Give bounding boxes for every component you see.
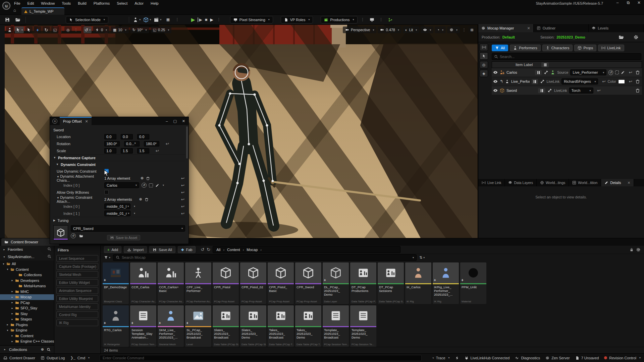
reset-cindex0-icon[interactable]: ↩ (181, 204, 184, 209)
asset-tile[interactable]: CCR_Carlos+ Basic PCap Character As... (158, 262, 184, 304)
scale-y-field[interactable]: 1.5 (121, 148, 133, 154)
move-tool-icon[interactable]: + (34, 26, 41, 33)
maximize-viewport-icon[interactable]: ⊞ (468, 26, 476, 33)
browse-to-asset-icon[interactable]: ↺ (142, 183, 147, 188)
delete-item-icon[interactable] (635, 70, 640, 75)
folder-tree-item[interactable]: ▾ Content (0, 267, 54, 273)
filter-characters-button[interactable]: Characters (542, 45, 573, 51)
scale-z-field[interactable]: 1.5 (137, 148, 149, 154)
folder-tree-item[interactable]: ▾ Engine (0, 327, 54, 333)
filter-pill[interactable]: Capture Data (Footage) (56, 263, 98, 270)
bone-select-0[interactable]: middle_01_l▾ (104, 203, 130, 209)
tab-data-layers[interactable]: Data Layers (505, 179, 537, 186)
rotation-snap-control[interactable]: ↻ 10°▾ (130, 26, 149, 33)
filter-pill[interactable]: Skeletal Mesh (56, 271, 98, 278)
eyedropper-icon[interactable] (155, 183, 159, 187)
scale-snap-control[interactable]: ◱ 0.25▾ (151, 26, 172, 33)
folder-tree-item[interactable]: ▸ Mocap (0, 294, 54, 300)
selection-mode-dropdown[interactable]: Selection Mode ▾ (66, 16, 108, 23)
use-selected-asset-icon[interactable]: ↺ (71, 233, 76, 238)
viewport-add-actor-icon[interactable] (6, 26, 13, 33)
record-icon[interactable]: ◎ (480, 61, 488, 68)
bone-select-1[interactable]: middle_01_r▾ (104, 210, 130, 216)
perspective-dropdown[interactable]: Perspective▾ (343, 26, 377, 33)
favorites-row[interactable]: ▸Favorites (0, 246, 54, 253)
menu-item[interactable]: Window (41, 1, 55, 5)
select-mode-icon[interactable]: ▾ (15, 26, 24, 33)
pause-item-button[interactable] (535, 70, 542, 75)
mocap-settings-icon[interactable] (633, 35, 639, 40)
folder-tree-item[interactable]: ▸ Content (0, 333, 54, 339)
rotation-z-field[interactable]: 180.0° (144, 141, 159, 146)
actor-snap-control[interactable]: 0▾ (93, 26, 109, 33)
breadcrumb-content[interactable]: Content (227, 248, 240, 252)
asset-tile[interactable]: + BP_DemoStage Blueprint Class (103, 262, 129, 304)
livelink-sources-icon[interactable] (480, 44, 488, 51)
visibility-icon[interactable] (493, 79, 498, 84)
menu-item[interactable]: Build (78, 1, 87, 5)
asset-tile[interactable]: + Session Template_Slay Animation... PCa… (130, 305, 156, 347)
filter-livelink-button[interactable]: LiveLink (598, 45, 624, 51)
save-to-asset-button[interactable]: Save to Asset (107, 235, 140, 240)
world-space-icon[interactable]: ◎ (64, 26, 72, 33)
folder-tree-item[interactable]: ▸ Stages (0, 316, 54, 322)
filter-pill[interactable]: MetaHuman Identity (56, 303, 98, 310)
viewport-settings-dropdown[interactable]: ▾ (447, 26, 460, 33)
stop-icon[interactable]: ■ (205, 17, 208, 22)
folder-tree-item[interactable]: ▸ Developers (0, 278, 54, 284)
show-flags-dropdown[interactable]: ▾ (421, 26, 433, 33)
options-chevron-icon[interactable]: ▾ (163, 184, 164, 187)
output-log-button[interactable]: Output Log (41, 356, 65, 360)
asset-filter-icon[interactable]: ▾ (104, 255, 110, 259)
asset-tile[interactable]: CPR_Pistol_ Basic PCap Prop Asset (268, 262, 294, 304)
delete-item-icon[interactable] (635, 79, 640, 84)
search-paths-icon[interactable] (47, 254, 51, 259)
rotate-tool-icon[interactable]: ↻ (43, 26, 50, 33)
menu-item[interactable]: Platforms (94, 1, 110, 5)
asset-tile[interactable]: CPR_Pistol_02 PCap Prop Asset (240, 262, 266, 304)
asset-tile[interactable]: Takes_ 20251023_ Broadcast Data Table (P… (268, 305, 294, 347)
mocap-search-input[interactable] (500, 55, 639, 59)
reset-array-icon[interactable]: ↩ (181, 176, 184, 181)
menu-item[interactable]: Help (151, 1, 159, 5)
blueprints-dropdown[interactable]: ▾ (143, 16, 151, 23)
sort-icon[interactable]: ⇅▾ (419, 255, 425, 260)
select-actor-icon[interactable] (149, 183, 153, 187)
filter-performers-button[interactable]: Performers (510, 45, 540, 51)
forward-icon[interactable]: ↻ (207, 247, 210, 252)
reset-scale-icon[interactable]: ↩ (156, 148, 159, 153)
location-x-field[interactable]: 0.0 (104, 134, 116, 139)
diagnostics-button[interactable]: Diagnostics (515, 356, 540, 360)
breadcrumb-mocap[interactable]: Mocap (247, 248, 258, 252)
tab-live-link[interactable]: Live Link (478, 179, 505, 186)
content-settings-icon[interactable] (636, 247, 641, 252)
lock-icon[interactable] (630, 248, 634, 252)
dialog-scrollbar[interactable] (186, 126, 188, 159)
surface-snap-icon[interactable]: ↺▾ (84, 26, 92, 33)
source-select[interactable]: Live_Performer▾ (570, 69, 606, 75)
reset-ikbones-icon[interactable]: ↩ (181, 190, 184, 195)
asset-tile[interactable]: + PPM_Unlit Material (460, 262, 486, 304)
filter-pill[interactable]: Animation Sequence (56, 287, 98, 294)
breadcrumb-all[interactable]: All (216, 248, 220, 252)
add-array-element-icon[interactable]: ⊕ (141, 176, 144, 180)
mocap-row-live-performer[interactable]: ↰ Live_Perfor... LiveLink Richard5Finger… (492, 77, 642, 86)
delete-item-icon[interactable] (635, 88, 640, 93)
add-button[interactable]: +Add (104, 246, 121, 253)
delete-array-icon[interactable] (146, 176, 150, 180)
mocap-row-sword[interactable]: Sword LiveLink Torch▾ ↩ (492, 86, 642, 95)
asset-search-box[interactable]: ▾ (113, 254, 417, 261)
select-tool-icon[interactable] (25, 26, 33, 33)
pixel-streaming-dropdown[interactable]: Pixel Streaming▾ (230, 16, 273, 23)
tab-mocap-manager[interactable]: Mocap Manager✕ (478, 24, 534, 32)
play-options-icon[interactable]: ⋮ (216, 17, 222, 22)
import-button[interactable]: Import (124, 246, 147, 253)
place-actors-tab[interactable]: Place Actors (0, 25, 5, 238)
add-array-element-icon[interactable]: ⊕ (139, 197, 142, 201)
filter-all-button[interactable]: All (492, 45, 508, 51)
game-view-dropdown[interactable]: ◔▾ (435, 26, 446, 33)
tab-close-icon[interactable]: ✕ (628, 181, 631, 185)
menu-item[interactable]: Actor (135, 1, 144, 5)
zen-server-button[interactable]: Zen Server (545, 356, 570, 360)
reset-subject-icon[interactable]: ↩ (602, 79, 605, 84)
